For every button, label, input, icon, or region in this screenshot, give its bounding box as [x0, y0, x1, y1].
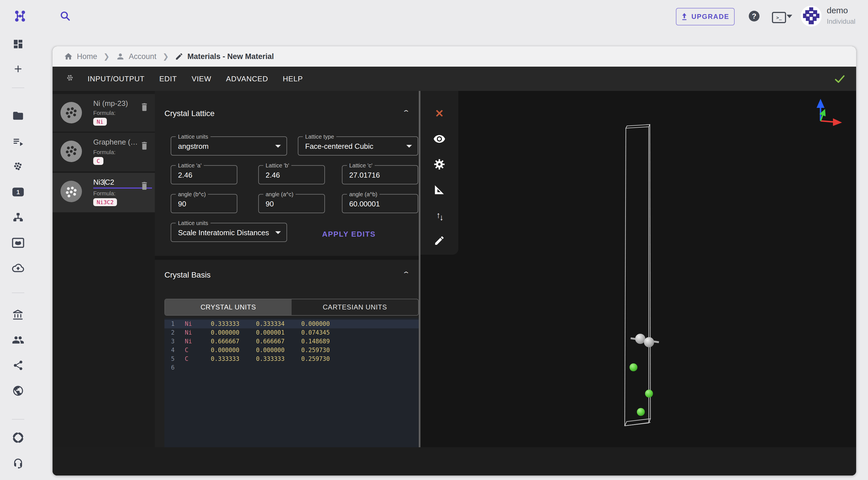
- collapse-chevron-icon[interactable]: ⌃: [402, 109, 410, 116]
- search-icon[interactable]: [59, 10, 71, 22]
- rail-divider: [12, 293, 24, 293]
- user-avatar[interactable]: [801, 6, 822, 27]
- material-name[interactable]: Graphene (…: [93, 138, 138, 146]
- formula-chip: C: [93, 157, 103, 165]
- material-item-graphene[interactable]: Graphene (… Formula: C: [53, 133, 155, 171]
- formula-chip: Ni: [93, 118, 107, 126]
- lattice-units-select[interactable]: Lattice units angstrom: [170, 136, 287, 156]
- atom-c[interactable]: [645, 390, 653, 398]
- menu-view[interactable]: VIEW: [192, 74, 211, 83]
- console-icon[interactable]: >_: [772, 12, 786, 23]
- atom-ni[interactable]: [635, 334, 645, 344]
- credits-icon[interactable]: 1: [12, 186, 24, 198]
- collapse-chevron-icon[interactable]: ⌃: [402, 271, 410, 278]
- basis-line[interactable]: 4C 0.0000000.0000000.259730: [164, 346, 419, 355]
- basis-line[interactable]: 5C 0.3333330.3333330.259730: [164, 355, 419, 364]
- breadcrumb-home[interactable]: Home: [64, 52, 97, 61]
- lattice-c-field[interactable]: Lattice 'c' 27.01716: [342, 165, 418, 184]
- pencil-icon: [175, 52, 183, 61]
- share-icon[interactable]: [12, 359, 24, 372]
- basis-line[interactable]: 1Ni 0.3333330.3333340.000000: [164, 320, 419, 329]
- delete-material-icon[interactable]: [140, 102, 149, 111]
- top-bar: UPGRADE ? >_ demo Individual: [0, 0, 868, 32]
- media-icon[interactable]: [12, 237, 24, 249]
- angle-alpha-field[interactable]: angle (b^c) 90: [170, 194, 237, 213]
- brand-logo-icon[interactable]: [13, 10, 27, 23]
- axes-gizmo: [816, 99, 842, 126]
- jobs-icon[interactable]: [12, 136, 24, 148]
- chevron-right-icon: ❯: [162, 52, 169, 61]
- formula-label: Formula:: [93, 110, 116, 116]
- person-icon: [116, 52, 125, 61]
- material-name-input[interactable]: Ni3C2: [93, 178, 114, 186]
- globe-icon[interactable]: [12, 384, 24, 397]
- structure-viewer[interactable]: ✕: [421, 91, 856, 447]
- check-icon[interactable]: [834, 73, 846, 85]
- tab-cartesian-units[interactable]: CARTESIAN UNITS: [291, 299, 418, 315]
- support-wheel-icon[interactable]: [12, 432, 24, 444]
- menu-help[interactable]: HELP: [283, 74, 303, 83]
- editor-menubar: INPUT/OUTPUT EDIT VIEW ADVANCED HELP: [53, 67, 856, 91]
- lattice-a-field[interactable]: Lattice 'a' 2.46: [170, 165, 237, 184]
- home-icon: [64, 52, 73, 61]
- network-icon[interactable]: [12, 211, 24, 224]
- basis-line[interactable]: 6: [164, 364, 419, 372]
- basis-line[interactable]: 2Ni 0.0000000.0000010.074345: [164, 329, 419, 337]
- menu-advanced[interactable]: ADVANCED: [226, 74, 268, 83]
- delete-material-icon[interactable]: [140, 181, 149, 190]
- atom-ni[interactable]: [644, 337, 654, 347]
- lattice-type-select[interactable]: Lattice type Face-centered Cubic: [298, 136, 418, 156]
- chevron-down-icon: [406, 145, 412, 148]
- upgrade-button[interactable]: UPGRADE: [676, 8, 735, 25]
- materials-icon[interactable]: [12, 161, 24, 173]
- formula-chip: Ni3C2: [93, 198, 117, 206]
- folder-icon[interactable]: [12, 109, 24, 122]
- delete-material-icon[interactable]: [140, 141, 149, 150]
- material-thumbnail: [60, 102, 82, 124]
- user-name[interactable]: demo: [827, 6, 848, 15]
- unit-cell-wireframe: [625, 125, 650, 426]
- basis-line[interactable]: 3Ni 0.6666670.6666670.148689: [164, 337, 419, 346]
- rail-divider: [12, 88, 24, 88]
- help-icon[interactable]: ?: [749, 11, 760, 22]
- chevron-down-icon: [275, 231, 281, 234]
- scale-units-select[interactable]: Lattice units Scale Interatomic Distance…: [170, 223, 287, 242]
- add-icon[interactable]: [12, 63, 24, 75]
- rail-divider: [12, 419, 24, 419]
- unit-cell-scene: [421, 91, 856, 447]
- console-dropdown-caret-icon[interactable]: [786, 15, 792, 18]
- material-item-ni3c2[interactable]: Ni3C2 Formula: Ni3C2: [53, 173, 155, 212]
- panels: Ni (mp-23) Formula: Ni Graphene (… Formu…: [53, 91, 856, 447]
- section-separator: [155, 256, 421, 260]
- menu-input-output[interactable]: INPUT/OUTPUT: [88, 74, 145, 83]
- crystal-basis-title: Crystal Basis: [164, 271, 211, 279]
- dashboard-icon[interactable]: [12, 38, 24, 50]
- atom-c[interactable]: [629, 364, 638, 371]
- upgrade-label: UPGRADE: [691, 13, 729, 21]
- formula-label: Formula:: [93, 190, 116, 197]
- headset-icon[interactable]: [12, 457, 24, 469]
- angle-gamma-field[interactable]: angle (a^b) 60.00001: [342, 194, 418, 213]
- chevron-right-icon: ❯: [103, 52, 110, 61]
- basis-code-editor[interactable]: 1Ni 0.3333330.3333340.000000 2Ni 0.00000…: [164, 318, 419, 447]
- atom-c[interactable]: [637, 408, 645, 416]
- apply-edits-button[interactable]: APPLY EDITS: [322, 230, 376, 239]
- material-thumbnail: [60, 181, 82, 202]
- lattice-b-field[interactable]: Lattice 'b' 2.46: [258, 165, 325, 184]
- material-thumbnail: [60, 141, 82, 162]
- bank-icon[interactable]: [12, 309, 24, 321]
- tab-crystal-units[interactable]: CRYSTAL UNITS: [165, 299, 291, 315]
- people-icon[interactable]: [12, 334, 24, 346]
- angle-beta-field[interactable]: angle (a^c) 90: [258, 194, 325, 213]
- material-editor-panel: Crystal Lattice ⌃ Lattice units angstrom…: [155, 91, 421, 447]
- user-plan: Individual: [827, 18, 855, 25]
- menu-edit[interactable]: EDIT: [159, 74, 177, 83]
- crystal-lattice-title: Crystal Lattice: [164, 109, 214, 118]
- breadcrumb-account[interactable]: Account: [116, 52, 157, 61]
- breadcrumb-current: Materials - New Material: [175, 52, 274, 61]
- cloud-upload-icon[interactable]: [12, 262, 24, 274]
- svg-text:1: 1: [17, 188, 20, 196]
- material-name[interactable]: Ni (mp-23): [93, 99, 128, 108]
- chevron-down-icon: [275, 145, 281, 148]
- material-item-ni[interactable]: Ni (mp-23) Formula: Ni: [53, 94, 155, 132]
